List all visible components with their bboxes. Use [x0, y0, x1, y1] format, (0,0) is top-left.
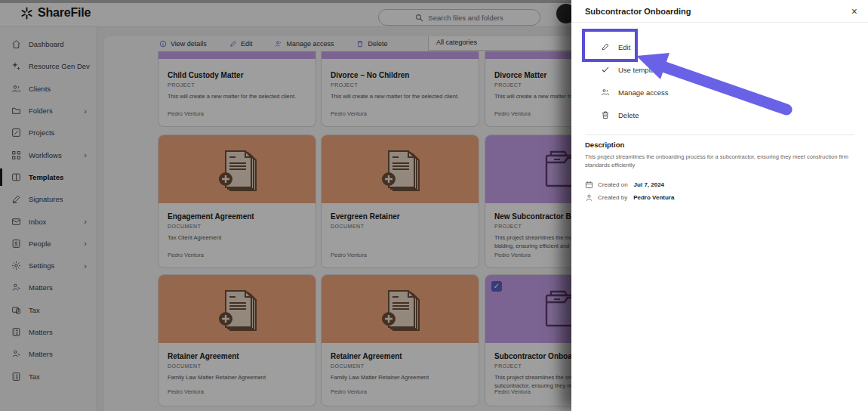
card-thumbnail: [159, 135, 315, 203]
sidebar-item-matters-3[interactable]: Matters: [0, 343, 97, 365]
sidebar-item-dashboard[interactable]: Dashboard: [0, 33, 97, 55]
envelope-icon: [11, 217, 21, 227]
sidebar-item-workflows[interactable]: Workflows: [0, 144, 97, 165]
sidebar-item-resource-gen-dev[interactable]: Resource Gen Dev: [0, 55, 97, 77]
card-description: Tax Client Agreement: [168, 233, 306, 242]
people-icon: [11, 84, 21, 94]
card-title: Evergreen Retainer: [331, 212, 469, 221]
card-type: DOCUMENT: [331, 363, 469, 369]
pen-icon: [229, 40, 237, 48]
panel-use-template-button[interactable]: Use template: [571, 58, 868, 81]
sidebar-item-folders[interactable]: Folders: [0, 100, 97, 122]
template-card-retainer-agreement-1[interactable]: Retainer Agreement DOCUMENT Family Law M…: [158, 274, 316, 406]
trash-icon: [601, 110, 610, 119]
card-type: DOCUMENT: [331, 224, 469, 229]
card-thumbnail: [159, 51, 315, 59]
sidebar-item-tax-1[interactable]: Tax: [0, 299, 97, 321]
manage-access-button[interactable]: Manage access: [275, 40, 334, 48]
created-on-value: Jul 7, 2024: [634, 181, 664, 188]
template-card-child-custody-matter[interactable]: Child Custody Matter PROJECT This will c…: [158, 51, 316, 127]
person-case-icon: [11, 283, 21, 292]
created-by-label: Created by: [598, 194, 627, 201]
description-text: This project streamlines the onboarding …: [585, 153, 857, 170]
sidebar-item-templates[interactable]: Templates: [0, 166, 97, 188]
checkmark-icon: [601, 65, 610, 74]
sidebar-item-matters-2[interactable]: Matters: [0, 321, 97, 343]
card-author: Pedro Ventura: [494, 110, 531, 117]
search-icon: [415, 14, 423, 22]
document-stack-icon: [377, 144, 423, 194]
document-stack-icon: [214, 284, 260, 334]
card-author: Pedro Ventura: [168, 110, 204, 117]
home-icon: [11, 39, 21, 49]
people-icon: [601, 88, 610, 97]
detail-panel-menu: Edit Use template Manage access Delete: [571, 36, 868, 126]
sharefile-logo-icon: [20, 7, 33, 20]
card-title: Child Custody Matter: [168, 71, 306, 79]
divider: [585, 134, 854, 135]
detail-panel: Subcontractor Onboarding × Edit Use temp…: [571, 0, 868, 411]
created-on-row: Created on Jul 7, 2024: [585, 181, 664, 189]
person-case-icon: [11, 349, 21, 359]
sidebar-item-settings[interactable]: Settings: [0, 255, 97, 277]
panel-manage-access-button[interactable]: Manage access: [571, 81, 868, 104]
sharefile-logo: ShareFile: [20, 6, 91, 20]
sidebar-item-signatures[interactable]: Signatures: [0, 188, 97, 210]
template-card-engagement-agreement[interactable]: Engagement Agreement DOCUMENT Tax Client…: [158, 134, 316, 268]
card-description: Family Law Matter Retainer Agreement: [331, 373, 469, 382]
detail-panel-header: Subcontractor Onboarding ×: [571, 0, 868, 23]
card-thumbnail: [159, 275, 315, 343]
document-stack-icon: [377, 284, 423, 334]
tax-card-icon: [11, 305, 21, 315]
delete-button[interactable]: Delete: [356, 40, 387, 48]
card-type: PROJECT: [168, 82, 306, 88]
sidebar-item-people[interactable]: People: [0, 233, 97, 255]
card-thumbnail: [322, 275, 479, 343]
template-icon: [11, 172, 21, 182]
workflow-icon: [11, 150, 21, 160]
card-author: Pedro Ventura: [331, 252, 367, 258]
edit-square-icon: [11, 128, 21, 138]
created-on-label: Created on: [598, 181, 628, 188]
sparkle-icon: [11, 61, 21, 71]
brand-name: ShareFile: [38, 6, 91, 20]
card-author: Pedro Ventura: [168, 252, 204, 258]
card-author: Pedro Ventura: [168, 388, 204, 395]
sidebar-item-clients[interactable]: Clients: [0, 78, 97, 100]
category-filter-dropdown[interactable]: All categories: [428, 36, 575, 51]
card-title: Divorce – No Children: [331, 71, 469, 79]
gear-icon: [11, 261, 21, 270]
calendar-icon: [585, 181, 593, 189]
panel-delete-button[interactable]: Delete: [571, 104, 868, 126]
view-details-button[interactable]: View details: [159, 40, 207, 48]
template-card-evergreen-retainer[interactable]: Evergreen Retainer DOCUMENT Pedro Ventur…: [321, 134, 479, 268]
card-thumbnail: [322, 51, 479, 59]
app-window: ShareFile Search files and folders Dashb…: [0, 0, 868, 411]
folder-icon: [11, 106, 21, 116]
card-description: This will create a new matter for the se…: [168, 92, 306, 100]
checklist-icon: [11, 327, 21, 337]
panel-edit-button[interactable]: Edit: [571, 36, 868, 58]
card-type: PROJECT: [331, 82, 469, 88]
sidebar-item-inbox[interactable]: Inbox: [0, 210, 97, 232]
sidebar-item-matters-1[interactable]: Matters: [0, 277, 97, 298]
sidebar-item-tax-2[interactable]: Tax: [0, 365, 97, 387]
checklist-icon: [11, 372, 21, 382]
card-description: Family Law Matter Retainer Agreement: [168, 373, 306, 382]
search-input[interactable]: Search files and folders: [378, 9, 540, 26]
edit-button[interactable]: Edit: [229, 40, 253, 48]
card-title: Engagement Agreement: [168, 212, 306, 221]
template-card-retainer-agreement-2[interactable]: Retainer Agreement DOCUMENT Family Law M…: [321, 274, 479, 406]
close-icon[interactable]: ×: [851, 0, 857, 23]
info-icon: [159, 40, 167, 48]
selected-checkbox[interactable]: ✓: [491, 281, 502, 292]
card-description: This will create a new matter for the se…: [331, 92, 469, 100]
description-label: Description: [585, 141, 624, 149]
card-author: Pedro Ventura: [494, 388, 531, 395]
created-by-row: Created by Pedro Ventura: [585, 193, 674, 202]
document-stack-icon: [214, 144, 260, 194]
template-card-divorce-no-children[interactable]: Divorce – No Children PROJECT This will …: [321, 51, 479, 127]
card-author: Pedro Ventura: [494, 252, 531, 258]
sidebar-item-projects[interactable]: Projects: [0, 122, 97, 144]
sidebar: Dashboard Resource Gen Dev Clients Folde…: [0, 27, 97, 411]
